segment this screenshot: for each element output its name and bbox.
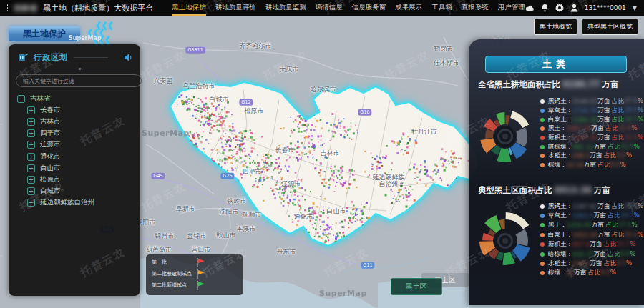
tree-node-city-4[interactable]: +辽源市 <box>17 139 136 151</box>
map-city-label: 本溪市 <box>237 224 256 234</box>
nav-item-4[interactable]: 墒情信息 <box>316 0 343 16</box>
map-city-label: 白城市 <box>210 95 229 104</box>
collapse-box-icon[interactable]: − <box>17 95 25 103</box>
map-city-label: 自治州 <box>379 179 399 189</box>
unit-label: 万亩 <box>590 151 602 160</box>
cloud-icon[interactable] <box>525 4 535 11</box>
expand-box-icon[interactable]: + <box>27 106 35 114</box>
gear-icon[interactable] <box>555 4 564 12</box>
supermap-watermark: SuperMap <box>319 289 367 298</box>
legend-dot-icon <box>540 262 545 266</box>
bell-icon[interactable] <box>541 4 549 12</box>
road-number-badge: G12 <box>239 99 253 106</box>
tree-node-city-3[interactable]: +四平市 <box>17 128 136 139</box>
expand-box-icon[interactable]: + <box>27 199 35 207</box>
soil-name: 草甸土： <box>548 106 572 115</box>
panel-title: 行政区划 <box>34 52 68 63</box>
nav-item-5[interactable]: 信息服务窗 <box>352 0 386 16</box>
map-city-label: 齐齐哈尔市 <box>240 41 272 51</box>
soil-legend-row: 白浆土：1052.04万亩占比15.2% <box>540 230 642 239</box>
nav-item-6[interactable]: 成果展示 <box>395 0 422 16</box>
expand-box-icon[interactable]: + <box>27 118 35 126</box>
nav-item-1[interactable]: 黑土地保护 <box>172 0 206 16</box>
soil-name: 黑钙土： <box>548 97 572 106</box>
top-navigation-bar: 吉林省 黑土地（耕地质量）大数据平台 黑土地保护耕地质量评价耕地质量监测墒情信息… <box>0 0 644 16</box>
marker-legend-label: 第二批整建制试点 <box>152 270 196 277</box>
black-soil-zone-button-active[interactable]: 黑土区 <box>391 278 442 295</box>
unit-label: 万亩 <box>597 116 610 124</box>
unit-label: 万亩 <box>594 250 606 259</box>
map-city-label: 阜新市 <box>176 204 195 214</box>
typical-region-overview-button[interactable]: 典型黑土区概览 <box>582 19 638 35</box>
map-city-label: 丹东市 <box>277 247 296 257</box>
tree-node-city-8[interactable]: +白城市 <box>17 186 136 197</box>
chevron-down-icon[interactable]: ▼ <box>633 5 637 11</box>
tree-node-label: 吉林省 <box>30 94 51 104</box>
soil-area-value-masked: 1052.04 <box>572 232 597 239</box>
soil-legend-row: 草甸土：1734.76万亩占比18.9% <box>540 106 642 116</box>
soil-legend-row: 草甸土：1063.3万亩占比19.7% <box>540 211 642 220</box>
soil-name: 黑钙土： <box>548 202 572 211</box>
soil-area-value-masked: 1734.76 <box>572 107 597 114</box>
unit-label: 万亩 <box>597 106 610 115</box>
admin-division-panel: 行政区划 −吉林省+长春市+吉林市+四平市+辽源市+通化市+白山市+松原市+白城… <box>9 44 140 296</box>
expand-box-icon[interactable]: + <box>27 153 35 161</box>
expand-box-icon[interactable]: + <box>27 187 35 195</box>
search-input[interactable] <box>16 74 142 87</box>
tree-node-province[interactable]: −吉林省 <box>17 93 136 104</box>
nav-item-8[interactable]: 直报系统 <box>462 0 489 16</box>
tree-node-label: 延边朝鲜族自治州 <box>40 198 94 207</box>
tree-node-label: 白城市 <box>40 187 61 196</box>
main-nav: 黑土地保护耕地质量评价耕地质量监测墒情信息信息服务窗成果展示工具箱直报系统用户管… <box>172 0 525 16</box>
nav-item-2[interactable]: 耕地质量评价 <box>215 0 256 16</box>
legend-dot-icon <box>540 233 545 237</box>
soil-area-value-masked: 33 <box>567 269 575 277</box>
province-soil-legend: 黑钙土：2546.03万亩占比27.9%草甸土：1734.76万亩占比18.9%… <box>540 97 642 170</box>
divider <box>14 69 135 69</box>
tree-node-city-7[interactable]: +松原市 <box>17 174 136 185</box>
tree-node-label: 吉林市 <box>40 117 61 126</box>
soil-pct: 占比3.7% <box>604 259 632 268</box>
soil-area-value-masked: 807.8 <box>572 241 590 248</box>
user-icon[interactable] <box>570 4 578 12</box>
tree-node-city-6[interactable]: +白山市 <box>17 162 136 174</box>
map-city-label: 锦州市 <box>155 232 175 241</box>
legend-dot-icon <box>540 145 545 149</box>
road-number-badge: G11 <box>361 262 374 269</box>
soil-name: 暗棕壤： <box>548 143 572 151</box>
unit-label: 万亩 <box>594 212 606 220</box>
map-city-label: 佳木斯市 <box>434 59 459 68</box>
app-root: 齐齐哈尔市大庆市哈尔滨市伊春市鹤岗市佳木斯市牡丹江市兴安盟乌兰浩特市白城市松原市… <box>0 0 644 308</box>
expand-box-icon[interactable]: + <box>27 129 35 137</box>
tree-node-label: 通化市 <box>40 152 61 162</box>
expand-box-icon[interactable]: + <box>27 176 35 184</box>
province-soil-donut-chart <box>472 103 539 170</box>
soil-legend-row: 水稻土：298.5万亩占比3.2% <box>540 151 642 161</box>
soil-area-value-masked: 1047.35 <box>572 134 597 141</box>
tree-node-city-2[interactable]: +吉林市 <box>17 116 136 127</box>
soil-legend-row: 新积土：807.8万亩占比11.7% <box>540 240 642 249</box>
soil-pct: 占比14.7% <box>612 116 643 124</box>
map-city-label: 兴安盟 <box>154 76 173 86</box>
nav-item-9[interactable]: 用户管理 <box>498 0 525 16</box>
soil-class-header-button[interactable]: 土类 <box>485 56 627 73</box>
road-number-badge: G45 <box>151 173 165 179</box>
expand-box-icon[interactable]: + <box>27 164 35 172</box>
soil-name: 白浆土： <box>548 231 572 239</box>
speaker-icon[interactable] <box>124 54 132 61</box>
expand-box-icon[interactable]: + <box>27 141 35 149</box>
soil-area-value-masked: 981.13 <box>572 144 594 151</box>
map-city-label: 沈阳市 <box>220 207 239 217</box>
nav-item-3[interactable]: 耕地质量监测 <box>265 0 306 16</box>
soil-legend-row: 新积土：1047.35万亩占比11.5% <box>540 134 642 143</box>
black-soil-overview-button[interactable]: 黑土地概览 <box>534 19 577 35</box>
soil-area-value-masked: 1284.39 <box>572 116 597 124</box>
tree-node-city-1[interactable]: +长春市 <box>17 104 136 116</box>
tree-node-city-9[interactable]: +延边朝鲜族自治州 <box>17 197 136 209</box>
user-phone[interactable]: 131****0001 <box>585 4 626 11</box>
tree-node-city-5[interactable]: +通化市 <box>17 151 136 162</box>
unit-label: 万亩 <box>597 202 610 211</box>
nav-item-7[interactable]: 工具箱 <box>431 0 452 16</box>
soil-area-value-masked: 616.15 <box>572 251 594 258</box>
soil-name: 黑土： <box>548 221 567 229</box>
